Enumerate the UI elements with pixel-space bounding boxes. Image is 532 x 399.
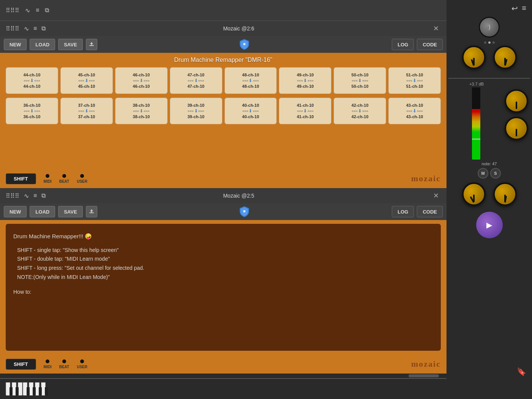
- panel1-beat-dot-circle: [62, 174, 66, 178]
- panel1-save-button[interactable]: SAVE: [58, 39, 82, 50]
- panel2-log-button[interactable]: LOG: [392, 206, 414, 217]
- pad-48[interactable]: 48-ch-10 ===⬇=== 48-ch-10: [225, 67, 277, 94]
- bookmark-icon[interactable]: 🔖: [517, 367, 526, 376]
- panel2-beat-label: BEAT: [59, 365, 69, 369]
- panel2-export-button[interactable]: [86, 206, 97, 217]
- pad-39[interactable]: 39-ch-10 ===⬇=== 39-ch-10: [170, 98, 222, 124]
- panel2-close-button[interactable]: ✕: [432, 191, 441, 200]
- panel2-grid-icon[interactable]: ⧉: [41, 192, 46, 199]
- panel2-new-button[interactable]: NEW: [4, 206, 27, 217]
- meter-fill: [472, 109, 480, 160]
- panel1-new-button[interactable]: NEW: [4, 39, 27, 50]
- panel1-export-button[interactable]: [86, 39, 97, 50]
- pad-40[interactable]: 40-ch-10 ===⬇=== 40-ch-10: [225, 98, 277, 124]
- plugin-panel-2: ⠿⠿⠿ ∿ ≡ ⧉ Mozaic @2:5 ✕ NEW LOAD SAVE: [0, 188, 446, 374]
- pad-46[interactable]: 46-ch-10 ===⬇=== 46-ch-10: [115, 67, 168, 94]
- panel2-list-icon[interactable]: ≡: [33, 192, 37, 199]
- m-button[interactable]: M: [478, 168, 488, 179]
- panel1-load-button[interactable]: LOAD: [30, 39, 55, 50]
- panel1-beat-dot: BEAT: [59, 174, 69, 184]
- list-icon[interactable]: ≡: [36, 7, 39, 14]
- panel2-code-button[interactable]: CODE: [417, 206, 443, 217]
- knob1-container: [462, 46, 486, 69]
- bottom-scrollbar[interactable]: [0, 374, 446, 378]
- plugin-panel-1: ⠿⠿⠿ ∿ ≡ ⧉ Mozaic @2:6 ✕ NEW LOAD SAVE: [0, 21, 446, 188]
- panel1-bottom-bar: SHIFT MIDI BEAT USER mozaic: [0, 169, 446, 188]
- knob4[interactable]: [505, 117, 528, 140]
- panel2-beat-dot-circle: [62, 359, 66, 363]
- mid-section: +3.7 dB: [448, 82, 530, 160]
- pad-38[interactable]: 38-ch-10 ===⬇=== 38-ch-10: [115, 98, 168, 124]
- panel1-titlebar: ⠿⠿⠿ ∿ ≡ ⧉ Mozaic @2:6 ✕: [0, 21, 446, 36]
- panel2-text-lines: SHIFT - single tap: "Show this help scre…: [17, 246, 433, 282]
- panel2-text-title: Drum Machine Remapper!!! 🤪: [13, 231, 433, 241]
- knob1[interactable]: [462, 46, 486, 69]
- panel2-line1: SHIFT - single tap: "Show this help scre…: [17, 246, 433, 255]
- panel2-load-button[interactable]: LOAD: [30, 206, 55, 217]
- pad-37[interactable]: 37-ch-10 ===⬇=== 37-ch-10: [60, 98, 113, 124]
- right-sidebar: ↩ ≡ ⟩: [446, 0, 532, 399]
- panel1-grid-icon[interactable]: ⧉: [41, 25, 46, 32]
- knob2[interactable]: [493, 46, 517, 69]
- pad-42[interactable]: 42-ch-10 ===⬇=== 42-ch-10: [334, 98, 386, 124]
- svg-rect-0: [89, 45, 94, 46]
- panel2-shield-area: [100, 206, 389, 218]
- main-wrapper: ⠿⠿⠿ ∿ ≡ ⧉ ⠿⠿⠿ ∿ ≡ ⧉ Mozaic @2:6 ✕ NEW L: [0, 0, 532, 399]
- panel1-mozaic-logo: mozaic: [411, 174, 441, 184]
- panel2-bottom-bar: SHIFT MIDI BEAT USER mozaic: [0, 355, 446, 374]
- knob6-container: [493, 182, 517, 206]
- pad-45[interactable]: 45-ch-10 ===⬇=== 45-ch-10: [60, 67, 113, 94]
- panel1-content: Drum Machine Remapper "DMR-16" 44-ch-10 …: [0, 53, 446, 169]
- panel1-log-button[interactable]: LOG: [392, 39, 414, 50]
- panel1-close-button[interactable]: ✕: [432, 24, 441, 33]
- pad-50[interactable]: 50-ch-10 ===⬇=== 50-ch-10: [334, 67, 386, 94]
- panel2-left-icons: ⠿⠿⠿ ∿ ≡ ⧉: [6, 192, 46, 200]
- panel2-user-label: USER: [77, 365, 87, 369]
- vertical-meter: [472, 87, 480, 160]
- purple-circle[interactable]: ▶: [476, 212, 503, 238]
- divider-1: [448, 78, 530, 79]
- piano-keys[interactable]: [6, 382, 47, 396]
- pad-51[interactable]: 51-ch-10 ===⬇=== 51-ch-10: [388, 67, 441, 94]
- right-menu-icon[interactable]: ≡: [522, 4, 526, 13]
- level-meter-section: +3.7 dB: [450, 82, 503, 160]
- knob3[interactable]: [505, 89, 528, 113]
- right-back-icon[interactable]: ↩: [511, 4, 518, 13]
- pad-44[interactable]: 44-ch-10 ===⬇=== 44-ch-10: [6, 67, 58, 94]
- knob6[interactable]: [493, 182, 517, 206]
- panel2-mozaic-logo: mozaic: [411, 359, 441, 369]
- panel1-midi-label: MIDI: [44, 179, 52, 184]
- global-top-bar: ⠿⠿⠿ ∿ ≡ ⧉: [0, 0, 446, 21]
- dot-1: [484, 41, 486, 44]
- panel1-user-dot-circle: [80, 174, 84, 178]
- panel2-wave-icon[interactable]: ∿: [24, 192, 29, 200]
- nav-circle-upper[interactable]: ⟩: [479, 17, 500, 38]
- panel1-list-icon[interactable]: ≡: [33, 25, 37, 32]
- panel2-shield-icon: [238, 206, 250, 218]
- panel1-midi-dot-circle: [46, 174, 49, 178]
- grid-icon[interactable]: ⧉: [45, 7, 49, 14]
- wave-icon[interactable]: ∿: [25, 7, 30, 14]
- panel2-save-button[interactable]: SAVE: [58, 206, 82, 217]
- knob5[interactable]: [462, 182, 486, 206]
- panel2-line3: SHIFT - long press: "Set out channel for…: [17, 264, 433, 273]
- piano-key-black: [39, 387, 42, 396]
- panel1-code-button[interactable]: CODE: [417, 39, 443, 50]
- panel2-titlebar: ⠿⠿⠿ ∿ ≡ ⧉ Mozaic @2:5 ✕: [0, 188, 446, 203]
- panel1-shift-button[interactable]: SHIFT: [6, 173, 36, 184]
- panel1-piano-icon[interactable]: ⠿⠿⠿: [6, 25, 19, 32]
- s-button[interactable]: S: [490, 168, 501, 179]
- piano-key-black: [16, 387, 19, 396]
- panel1-wave-icon[interactable]: ∿: [24, 25, 29, 32]
- panel2-shift-button[interactable]: SHIFT: [6, 359, 36, 370]
- panels-area: ⠿⠿⠿ ∿ ≡ ⧉ ⠿⠿⠿ ∿ ≡ ⧉ Mozaic @2:6 ✕ NEW L: [0, 0, 446, 399]
- pad-47[interactable]: 47-ch-10 ===⬇=== 47-ch-10: [170, 67, 222, 94]
- panel2-piano-icon[interactable]: ⠿⠿⠿: [6, 192, 19, 200]
- panel1-shield-area: [100, 38, 389, 51]
- pad-36[interactable]: 36-ch-10 ===⬇=== 36-ch-10: [6, 98, 58, 124]
- pad-41[interactable]: 41-ch-10 ===⬇=== 41-ch-10: [279, 98, 331, 124]
- ms-buttons: M S: [478, 168, 501, 179]
- piano-icon[interactable]: ⠿⠿⠿: [6, 7, 19, 14]
- pad-43[interactable]: 43-ch-10 ===⬇=== 43-ch-10: [388, 98, 441, 124]
- pad-49[interactable]: 49-ch-10 ===⬇=== 49-ch-10: [279, 67, 331, 94]
